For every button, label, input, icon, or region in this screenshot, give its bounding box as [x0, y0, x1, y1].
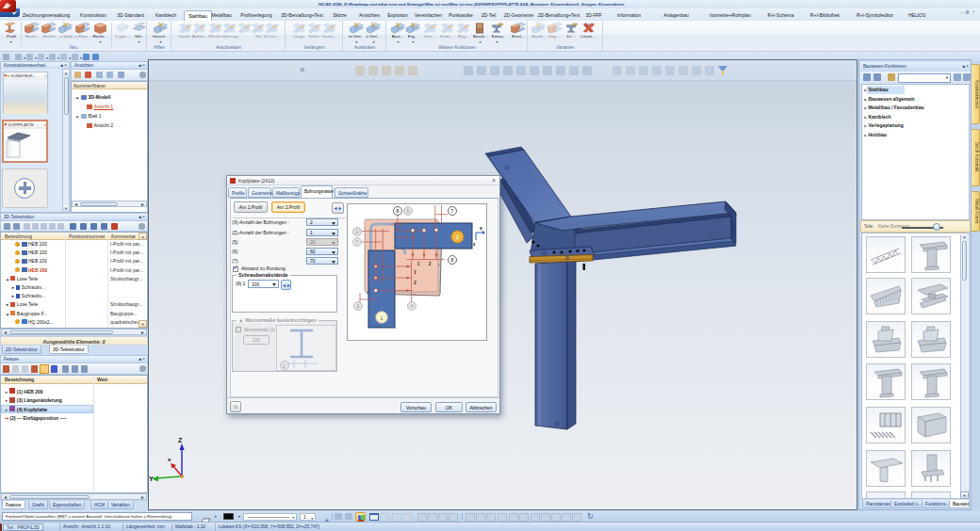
svg-text:z: z: [473, 241, 476, 247]
svg-text:8: 8: [451, 257, 454, 263]
svg-text:5: 5: [407, 208, 410, 214]
svg-text:2: 2: [283, 363, 286, 369]
svg-text:2: 2: [356, 229, 359, 234]
svg-text:x: x: [480, 225, 482, 231]
svg-text:..: ..: [414, 291, 416, 296]
svg-text:..: ..: [438, 262, 441, 266]
svg-text:Y: Y: [149, 475, 154, 482]
svg-text:7: 7: [451, 208, 454, 214]
svg-text:6: 6: [397, 208, 400, 214]
svg-text:3: 3: [357, 303, 360, 309]
svg-text:7: 7: [356, 239, 359, 245]
svg-text:Z: Z: [178, 437, 183, 443]
svg-text:4: 4: [411, 303, 414, 309]
svg-text:x: x: [168, 457, 172, 462]
